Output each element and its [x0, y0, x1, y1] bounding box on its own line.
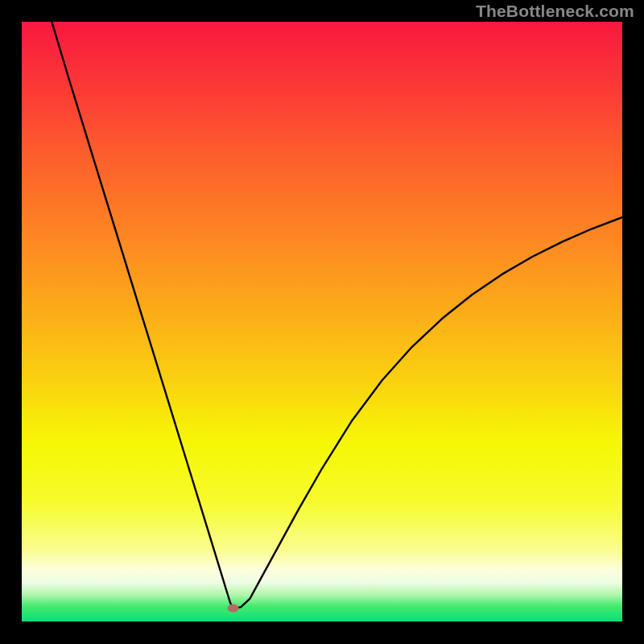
bottleneck-chart	[22, 22, 622, 621]
plot-area	[22, 22, 622, 621]
watermark-label: TheBottleneck.com	[476, 2, 634, 21]
outer-frame: TheBottleneck.com	[0, 0, 644, 644]
